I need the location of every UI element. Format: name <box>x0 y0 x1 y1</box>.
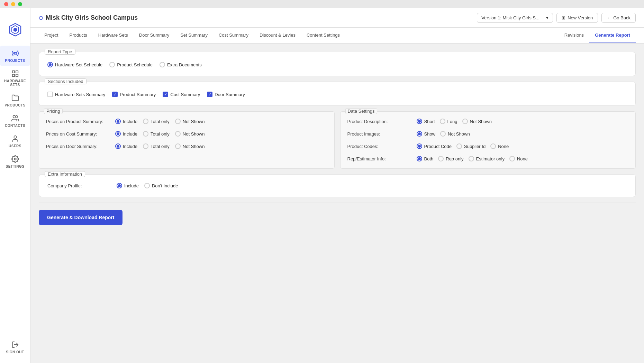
radio-product-codes-none[interactable]: None <box>490 143 509 149</box>
data-settings-row-product-images: Product Images: Show Not Shown <box>347 131 629 137</box>
radio-rep-estimator-rep-only-indicator <box>438 156 444 161</box>
radio-company-profile-dont-include-indicator <box>144 183 150 188</box>
tab-door-summary[interactable]: Door Summary <box>134 28 175 43</box>
radio-product-codes-product-code[interactable]: Product Code <box>417 143 452 149</box>
pricing-row-cost-summary: Prices on Cost Summary: Include Total on… <box>46 131 327 137</box>
tab-cost-summary[interactable]: Cost Summary <box>213 28 254 43</box>
svg-rect-7 <box>16 74 18 76</box>
settings-icon <box>11 155 19 163</box>
sidebar-item-contacts[interactable]: CONTACTS <box>0 111 30 131</box>
radio-product-summary-include[interactable]: Include <box>115 119 137 124</box>
tab-project[interactable]: Project <box>39 28 64 43</box>
content-area: Report Type Hardware Set Schedule Produc… <box>30 44 644 363</box>
radio-cost-summary-include[interactable]: Include <box>115 131 137 137</box>
radio-rep-estimator-both-indicator <box>417 156 422 161</box>
radio-rep-estimator-both[interactable]: Both <box>417 156 434 161</box>
checkbox-product-summary[interactable]: Product Summary <box>112 92 156 97</box>
generate-download-report-button[interactable]: Generate & Download Report <box>39 210 123 225</box>
radio-door-summary-total-only-indicator <box>143 143 148 149</box>
tab-revisions[interactable]: Revisions <box>559 28 589 43</box>
radio-product-images-show-indicator <box>417 131 422 137</box>
checkbox-hardware-sets-summary-indicator <box>47 92 53 97</box>
radio-cost-summary-not-shown[interactable]: Not Shown <box>175 131 205 137</box>
version-selector[interactable]: Version 1: Misk City Girls S... ▾ <box>477 13 553 23</box>
tab-generate-report[interactable]: Generate Report <box>589 28 636 43</box>
sidebar-item-hardware-sets-label: HARDWARE SETS <box>3 79 27 87</box>
checkbox-door-summary[interactable]: Door Summary <box>207 92 245 97</box>
radio-product-images-not-shown[interactable]: Not Shown <box>440 131 470 137</box>
sidebar-item-users[interactable]: USERS <box>0 131 30 151</box>
logo[interactable] <box>8 22 23 37</box>
radio-product-description-not-shown[interactable]: Not Shown <box>462 119 492 124</box>
product-description-label: Product Description: <box>347 119 417 124</box>
product-description-options: Short Long Not Shown <box>417 119 492 124</box>
svg-point-8 <box>13 115 15 118</box>
tab-products[interactable]: Products <box>64 28 92 43</box>
radio-product-images-show[interactable]: Show <box>417 131 436 137</box>
sidebar-item-sign-out[interactable]: SIGN OUT <box>0 337 30 357</box>
project-title: Misk City Girls School Campus <box>39 14 138 21</box>
content-divider <box>39 203 636 203</box>
radio-cost-summary-total-only[interactable]: Total only <box>143 131 170 137</box>
nav-tabs: Project Products Hardware Sets Door Summ… <box>30 28 644 44</box>
tab-set-summary[interactable]: Set Summary <box>175 28 213 43</box>
radio-product-summary-total-only[interactable]: Total only <box>143 119 170 124</box>
contacts-icon <box>11 114 19 122</box>
radio-company-profile-dont-include[interactable]: Don't Include <box>144 183 178 188</box>
radio-product-description-long[interactable]: Long <box>440 119 457 124</box>
sections-included-section: Sections Included Hardware Sets Summary … <box>39 82 636 106</box>
radio-product-images-not-shown-indicator <box>440 131 446 137</box>
data-settings-label: Data Settings <box>345 108 377 114</box>
sidebar-item-projects[interactable]: PROJECTS <box>0 46 30 66</box>
radio-product-codes-supplier-id-indicator <box>456 143 462 149</box>
radio-extra-documents[interactable]: Extra Documents <box>160 62 202 67</box>
report-type-options: Hardware Set Schedule Product Schedule E… <box>47 60 627 67</box>
checkbox-cost-summary[interactable]: Cost Summary <box>163 92 200 97</box>
svg-rect-5 <box>16 71 18 73</box>
radio-rep-estimator-rep-only[interactable]: Rep only <box>438 156 463 161</box>
sidebar-item-settings[interactable]: SETTINGS <box>0 151 30 172</box>
products-icon <box>11 94 19 102</box>
tab-hardware-sets[interactable]: Hardware Sets <box>93 28 134 43</box>
radio-rep-estimator-none[interactable]: None <box>509 156 528 161</box>
radio-rep-estimator-estimator-only[interactable]: Estimator only <box>469 156 505 161</box>
maximize-button[interactable] <box>18 2 22 6</box>
radio-product-schedule[interactable]: Product Schedule <box>109 62 153 67</box>
sign-out-icon <box>11 341 19 349</box>
radio-hardware-set-schedule[interactable]: Hardware Set Schedule <box>47 62 102 67</box>
extra-info-company-profile-row: Company Profile: Include Don't Include <box>47 183 627 188</box>
radio-door-summary-include[interactable]: Include <box>115 143 137 149</box>
pricing-door-summary-label: Prices on Door Summary: <box>46 144 115 149</box>
radio-door-summary-total-only[interactable]: Total only <box>143 143 170 149</box>
arrow-left-icon: ← <box>607 15 611 20</box>
radio-product-codes-supplier-id[interactable]: Supplier Id <box>456 143 486 149</box>
pricing-row-product-summary: Prices on Product Summary: Include Total… <box>46 119 327 124</box>
sidebar-item-contacts-label: CONTACTS <box>5 124 25 128</box>
checkbox-hardware-sets-summary[interactable]: Hardware Sets Summary <box>47 92 105 97</box>
radio-door-summary-not-shown-indicator <box>175 143 181 149</box>
radio-extra-documents-indicator <box>160 62 165 67</box>
sidebar-item-products[interactable]: PRODUCTS <box>0 90 30 111</box>
tab-discount-levies[interactable]: Discount & Levies <box>254 28 301 43</box>
data-settings-row-product-description: Product Description: Short Long Not S <box>347 119 629 124</box>
data-settings-row-rep-estimator: Rep/Estimator Info: Both Rep only Est <box>347 156 629 161</box>
minimize-button[interactable] <box>11 2 15 6</box>
radio-product-summary-not-shown-indicator <box>175 119 181 124</box>
radio-product-summary-not-shown[interactable]: Not Shown <box>175 119 205 124</box>
checkbox-product-summary-indicator <box>112 92 118 97</box>
tab-content-settings[interactable]: Content Settings <box>301 28 345 43</box>
radio-door-summary-not-shown[interactable]: Not Shown <box>175 143 205 149</box>
radio-company-profile-include[interactable]: Include <box>117 183 139 188</box>
data-settings-section: Data Settings Product Description: Short… <box>340 111 636 169</box>
radio-company-profile-include-indicator <box>117 183 122 188</box>
new-version-button[interactable]: ⊞ New Version <box>556 13 598 23</box>
pricing-product-summary-label: Prices on Product Summary: <box>46 119 115 124</box>
radio-product-description-short[interactable]: Short <box>417 119 435 124</box>
close-button[interactable] <box>4 2 8 6</box>
pricing-label: Pricing <box>44 108 63 114</box>
report-type-label: Report Type <box>45 49 75 55</box>
svg-marker-2 <box>13 28 17 32</box>
sidebar-item-hardware-sets[interactable]: HARDWARE SETS <box>0 66 30 90</box>
radio-product-codes-product-code-indicator <box>417 143 422 149</box>
go-back-button[interactable]: ← Go Back <box>601 13 636 23</box>
